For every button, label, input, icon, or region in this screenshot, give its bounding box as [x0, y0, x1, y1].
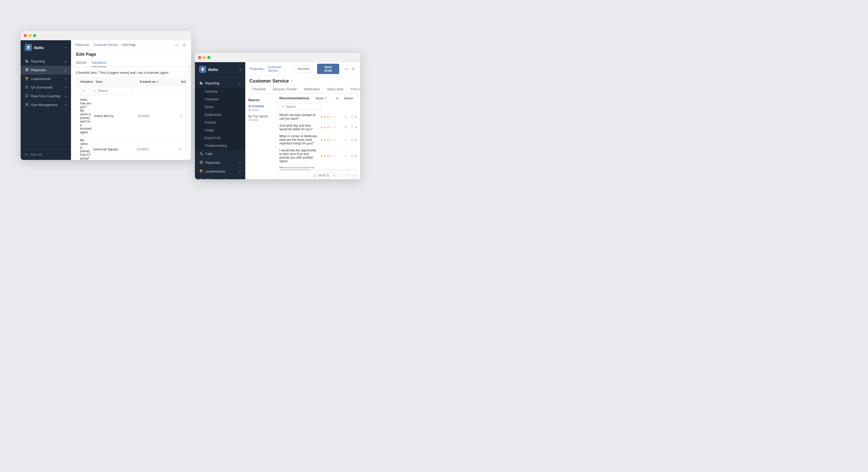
close-btn-1[interactable] [24, 34, 27, 37]
subitem-exportcsv[interactable]: Export CSV [195, 134, 245, 142]
subitem-troubleshooting[interactable]: Troubleshooting [195, 142, 245, 149]
rec-pagination: 1 - 10 of 21 « ‹ › » [279, 171, 357, 179]
rec-initial-0: h [343, 115, 348, 119]
edit-icon[interactable]: ✎ [290, 79, 293, 83]
sidebar-item-rtc-1[interactable]: Real-Time Coaching ▼ [21, 92, 71, 101]
sidebar-item-playbooks-1[interactable]: Playbooks ▲ [21, 66, 71, 74]
expand-icon-1[interactable]: «» [174, 42, 180, 47]
rec-clock-3[interactable]: ⏱ [350, 154, 354, 158]
versions-button[interactable]: Versions [294, 65, 313, 72]
rec-add-0[interactable]: + [355, 115, 357, 119]
tab-variations-1[interactable]: Variations [92, 59, 106, 67]
sidebar-item-um-1[interactable]: User Management ▼ [21, 101, 71, 109]
reporting-icon-1 [25, 59, 29, 63]
sidebar-item-reporting-2[interactable]: Reporting ▲ [195, 79, 245, 88]
col-created: Created on ⇅ [140, 80, 178, 83]
sidebar-nav-2: Reporting ▲ Overview Checklists Decks No… [195, 77, 245, 179]
col-action: Action [181, 80, 186, 83]
maximize-btn-2[interactable] [207, 56, 210, 59]
tab-checklist[interactable]: Checklist [249, 86, 269, 94]
save-draft-button[interactable]: Save Draft [317, 64, 340, 74]
subitem-decks[interactable]: Decks [195, 103, 245, 111]
tab-post-call[interactable]: Post Call [347, 86, 360, 94]
maximize-btn-1[interactable] [33, 34, 36, 37]
close-btn-2[interactable] [198, 56, 201, 59]
cell-action-0[interactable]: ↺ [179, 114, 186, 118]
breadcrumb-cs-1[interactable]: Customer Service [93, 43, 118, 47]
rec-col-action: Action [344, 97, 357, 100]
tab-details-1[interactable]: Details [76, 59, 87, 67]
rec-prev-page[interactable]: ‹ [339, 173, 343, 178]
bc-cs-2[interactable]: Customer Service [268, 65, 292, 72]
sidebar-item-qa-2[interactable]: QA Scorecards ▼ [195, 176, 245, 179]
search-variation[interactable] [80, 88, 89, 94]
cell-action-1[interactable]: ↺ [178, 147, 186, 151]
minimize-btn-1[interactable] [28, 34, 31, 37]
leaderboards-label-2: Leaderboards [205, 170, 225, 173]
titlebar-1 [21, 31, 191, 40]
calls-icon-2 [199, 152, 203, 156]
collapse-btn-2[interactable]: « [239, 67, 241, 71]
qa-chevron-1: ▼ [64, 86, 67, 89]
settings-icon-1[interactable]: ⚙ [182, 42, 187, 47]
breadcrumb-sep-2: › [120, 43, 121, 47]
table-1: Variation User Created on ⇅ Action [76, 78, 186, 160]
svg-rect-1 [27, 60, 27, 62]
top-agents-count: 23 Items [248, 119, 273, 122]
rec-clock-0[interactable]: ⏱ [350, 115, 354, 119]
rec-last-page[interactable]: » [352, 173, 357, 178]
signout-1[interactable]: Sign out [21, 149, 71, 160]
rtc-label-1: Real-Time Coaching [31, 94, 60, 98]
breadcrumb-playbooks-1[interactable]: Playbooks [75, 43, 89, 47]
rec-next-page[interactable]: › [345, 173, 350, 178]
signout-icon-1 [25, 153, 28, 156]
ai-content-label: AI Content [248, 104, 273, 108]
breadcrumb-sep-1: › [91, 43, 92, 47]
beacon-top-agents[interactable]: By Top Agents 23 Items [245, 113, 276, 123]
sidebar-item-qa-1[interactable]: QA Scorecards ▼ [21, 83, 71, 92]
subitem-overview[interactable]: Overview [195, 88, 245, 95]
content-area-1: Checklist item: This is [agent name] and… [71, 67, 191, 160]
rtc-icon-1 [25, 94, 29, 98]
tab-notification[interactable]: Notification [301, 86, 323, 94]
star-3-2: ★ [327, 154, 330, 158]
star-1-2: ★ [327, 126, 330, 129]
sidebar-item-leaderboards-1[interactable]: 🏆 Leaderboards ▼ [21, 74, 71, 83]
bc-playbooks-2[interactable]: Playbooks [249, 67, 264, 71]
rec-col-score: Score ⇅ [316, 97, 336, 100]
rec-first-page[interactable]: « [331, 173, 336, 178]
col-user: User [96, 80, 137, 83]
reporting-label-1: Reporting [31, 60, 45, 63]
tab-dynamic-prompt[interactable]: Dynamic Prompt [270, 86, 300, 94]
rec-search-row [279, 102, 357, 112]
rec-clock-2[interactable]: ⏱ [350, 138, 354, 142]
search-user[interactable] [91, 88, 133, 94]
rec-search-input[interactable] [279, 103, 321, 110]
star-3-3: ★ [330, 154, 333, 158]
svg-rect-7 [201, 82, 202, 84]
w2-expand-icon[interactable]: «» [343, 66, 349, 71]
sidebar-item-reporting-1[interactable]: Reporting ▲ [21, 57, 71, 66]
collapse-btn-1[interactable]: « [65, 45, 67, 49]
sidebar-item-playbooks-2[interactable]: Playbooks ▼ [195, 158, 245, 167]
subitem-postcall[interactable]: Postcall [195, 119, 245, 126]
rec-clock-1[interactable]: ⏱ [350, 125, 354, 130]
rec-add-2[interactable]: + [355, 138, 357, 142]
beacon-ai-content[interactable]: AI Content 45 Items [245, 103, 276, 112]
rec-scrollbar[interactable] [279, 169, 357, 170]
rec-add-3[interactable]: + [355, 154, 357, 158]
sidebar-item-calls-2[interactable]: Calls [195, 149, 245, 158]
leaderboards-chevron-1: ▼ [64, 77, 67, 80]
rec-text-2: When it comes to Medicare, what are the … [279, 134, 318, 145]
rec-add-1[interactable]: + [355, 125, 357, 130]
minimize-btn-2[interactable] [203, 56, 206, 59]
sidebar-item-leaderboards-2[interactable]: 🏆 Leaderboards ▼ [195, 167, 245, 176]
playbooks-chevron-1: ▲ [64, 69, 67, 72]
subitem-notifications[interactable]: Notifications [195, 111, 245, 119]
w2-settings-icon[interactable]: ⚙ [351, 66, 356, 71]
subitem-checklists[interactable]: Checklists [195, 95, 245, 103]
subitem-usage[interactable]: Usage [195, 126, 245, 134]
tab-sticky-note[interactable]: Sticky Note [324, 86, 346, 94]
sidebar-2: Balto « Reporting ▲ Overview Checklists … [195, 62, 245, 179]
table-body-1: Hello, how are you? My name is [name] an… [76, 96, 186, 160]
